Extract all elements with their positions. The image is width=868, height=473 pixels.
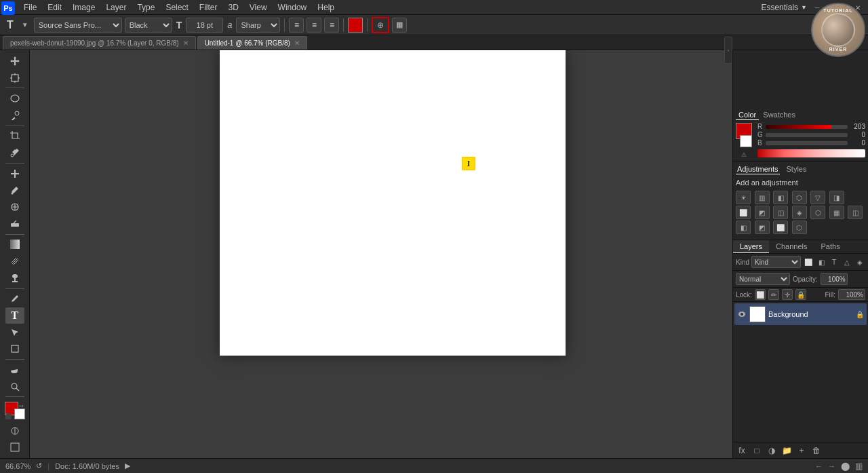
menu-layer[interactable]: Layer [101, 1, 131, 14]
background-color[interactable] [14, 409, 25, 419]
adj-selectivecolor[interactable]: ⬜ [773, 221, 788, 234]
status-refresh-icon[interactable]: ↺ [36, 461, 42, 470]
b-bar-bg[interactable] [766, 141, 848, 145]
menu-help[interactable]: Help [313, 1, 339, 14]
adj-threshold[interactable]: ◧ [736, 221, 751, 234]
opacity-input[interactable] [821, 273, 848, 285]
status-nav-prev[interactable]: ← [815, 462, 823, 470]
adj-invert[interactable]: ▦ [829, 206, 844, 219]
layer-filter-select[interactable]: Kind [751, 256, 801, 268]
text-cursor-box[interactable]: I [462, 157, 475, 170]
r-bar-bg[interactable] [766, 125, 848, 129]
lock-pixels-btn[interactable]: ✏ [768, 289, 779, 300]
delete-layer-button[interactable]: 🗑 [810, 444, 823, 457]
document-canvas[interactable]: I [220, 50, 566, 356]
lock-all-btn[interactable]: 🔒 [795, 289, 806, 300]
lock-transparent-btn[interactable]: ⬜ [755, 289, 766, 300]
eraser-tool[interactable] [5, 216, 24, 232]
filter-pixel-icon[interactable]: ⬜ [803, 257, 814, 267]
hand-tool[interactable] [5, 362, 24, 378]
align-center-button[interactable]: ≡ [307, 18, 321, 33]
clone-stamp-tool[interactable] [5, 199, 24, 215]
lock-position-btn[interactable]: ✛ [782, 289, 793, 300]
align-right-button[interactable]: ≡ [324, 18, 339, 33]
adj-exposure[interactable]: ⬡ [792, 191, 807, 204]
lasso-tool[interactable] [5, 90, 24, 107]
color-gradient-bar[interactable] [757, 149, 865, 157]
menu-view[interactable]: View [245, 1, 272, 14]
menu-edit[interactable]: Edit [43, 1, 66, 14]
layers-tab-channels[interactable]: Channels [769, 240, 814, 253]
antialiasing-select[interactable]: Sharp [236, 18, 280, 33]
menu-filter[interactable]: Filter [195, 1, 222, 14]
layer-visibility-toggle[interactable] [737, 309, 747, 319]
menu-type[interactable]: Type [132, 1, 159, 14]
adj-brightness[interactable]: ☀ [736, 191, 751, 204]
tab-0[interactable]: pexels-web-donut-19090.jpg @ 16.7% (Laye… [3, 36, 196, 50]
shape-tool[interactable] [5, 341, 24, 357]
font-family-select[interactable]: Source Sans Pro... [34, 18, 122, 33]
status-nav-next[interactable]: → [828, 462, 835, 470]
move-tool[interactable] [5, 53, 24, 69]
text-cursor[interactable]: I [460, 155, 477, 172]
new-layer-button[interactable]: + [795, 444, 808, 457]
layers-tab-paths[interactable]: Paths [814, 240, 847, 253]
quick-mask-button[interactable] [5, 423, 24, 439]
pen-tool[interactable] [5, 290, 24, 307]
menu-3d[interactable]: 3D [223, 1, 243, 14]
fill-input[interactable] [838, 289, 865, 300]
swap-colors[interactable]: ↔ [18, 402, 25, 409]
adj-vibrance[interactable]: ▽ [810, 191, 825, 204]
styles-tab[interactable]: Styles [785, 164, 808, 174]
adj-curves[interactable]: ◧ [773, 191, 788, 204]
blend-mode-select[interactable]: Normal [736, 273, 790, 285]
adj-hsl[interactable]: ◨ [829, 191, 844, 204]
text-color-swatch[interactable] [348, 18, 363, 33]
filter-shape-icon[interactable]: △ [842, 257, 852, 267]
filter-type-icon[interactable]: T [829, 257, 840, 267]
3d-toggle-button[interactable]: ▦ [392, 18, 407, 33]
adjustments-tab[interactable]: Adjustments [736, 164, 780, 174]
menu-window[interactable]: Window [273, 1, 312, 14]
type-tool[interactable]: T [5, 307, 24, 324]
font-size-input[interactable] [186, 18, 223, 33]
menu-image[interactable]: Image [68, 1, 100, 14]
adj-posterize[interactable]: ◫ [848, 206, 863, 219]
filter-smart-icon[interactable]: ◈ [854, 257, 865, 267]
layer-mask-button[interactable]: □ [751, 444, 763, 457]
adj-bw[interactable]: ◩ [755, 206, 770, 219]
align-left-button[interactable]: ≡ [289, 18, 304, 33]
panel-collapse-button[interactable]: › [724, 37, 732, 64]
adj-photofilter[interactable]: ◫ [773, 206, 788, 219]
adj-levels[interactable]: ▥ [755, 191, 770, 204]
background-color-swatch[interactable] [740, 135, 752, 147]
color-tab-color[interactable]: Color [736, 110, 759, 120]
zoom-tool[interactable] [5, 379, 24, 395]
layer-adjustment-button[interactable]: ◑ [766, 444, 778, 457]
filter-adj-icon[interactable]: ◧ [816, 257, 827, 267]
color-tab-swatches[interactable]: Swatches [760, 110, 798, 120]
tab-1-close[interactable]: ✕ [294, 39, 300, 47]
menu-select[interactable]: Select [161, 1, 193, 14]
tab-1[interactable]: Untitled-1 @ 66.7% (RGB/8) ✕ [197, 36, 307, 50]
menu-file[interactable]: File [19, 1, 41, 14]
status-panel-icon[interactable]: ▥ [855, 461, 863, 471]
brush-tool[interactable] [5, 182, 24, 198]
g-bar-bg[interactable] [766, 133, 848, 137]
warp-button[interactable]: ⊕ [372, 17, 389, 33]
adj-gradientmap[interactable]: ◩ [755, 221, 770, 234]
adj-colorlookup[interactable]: ⬡ [810, 206, 825, 219]
gradient-tool[interactable] [5, 236, 24, 252]
path-selection-tool[interactable] [5, 324, 24, 341]
tab-0-close[interactable]: ✕ [183, 39, 189, 47]
layer-fx-button[interactable]: fx [736, 444, 748, 457]
status-layout-icon[interactable]: ⬤ [841, 461, 850, 471]
status-arrow-icon[interactable]: ▶ [125, 461, 130, 470]
dodge-tool[interactable] [5, 270, 24, 286]
adj-channelmixer[interactable]: ◈ [792, 206, 807, 219]
layer-group-button[interactable]: 📁 [781, 444, 793, 457]
reset-colors[interactable]: ⬛ [5, 413, 12, 419]
layers-tab-layers[interactable]: Layers [733, 240, 769, 253]
essentials-badge[interactable]: Essentials ▼ [754, 0, 814, 15]
eyedropper-tool[interactable] [5, 145, 24, 161]
